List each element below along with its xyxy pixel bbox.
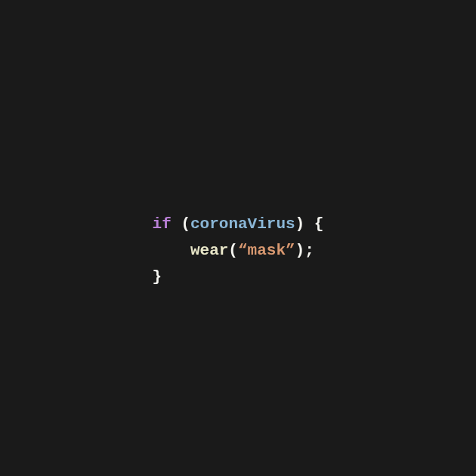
func-close-paren: ): [295, 242, 305, 259]
space: [172, 215, 181, 233]
function-name: wear: [190, 242, 228, 259]
code-snippet: if (coronaVirus) { wear(“mask”); }: [153, 186, 324, 291]
func-open-paren: (: [228, 242, 238, 259]
close-brace: }: [153, 268, 162, 286]
open-paren: (: [181, 215, 190, 233]
close-paren: ): [295, 215, 305, 233]
semicolon: ;: [304, 242, 314, 259]
string-close-quote: ”: [286, 242, 295, 259]
string-value: mask: [248, 242, 286, 259]
keyword-if: if: [153, 215, 172, 233]
space: [304, 215, 314, 233]
open-brace: {: [314, 215, 324, 233]
condition-variable: coronaVirus: [190, 215, 295, 233]
string-open-quote: “: [238, 242, 248, 259]
